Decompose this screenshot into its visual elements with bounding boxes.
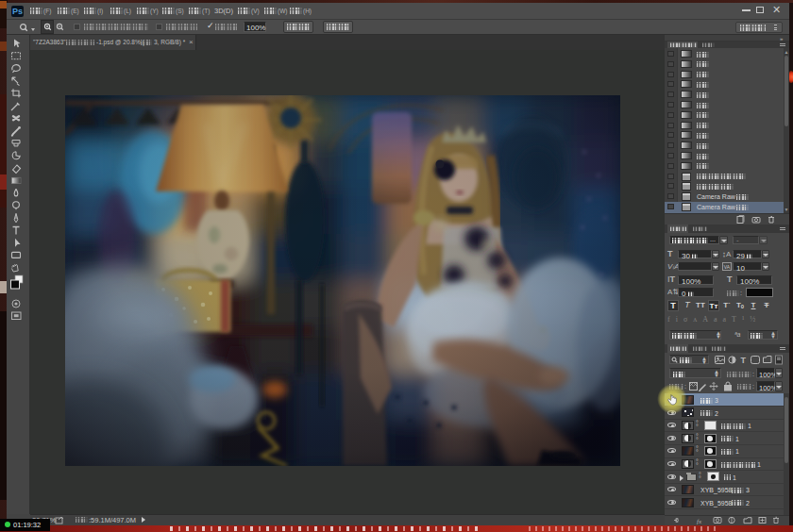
svg-text:T: T: [741, 356, 747, 365]
svg-text:fx: fx: [697, 518, 702, 525]
